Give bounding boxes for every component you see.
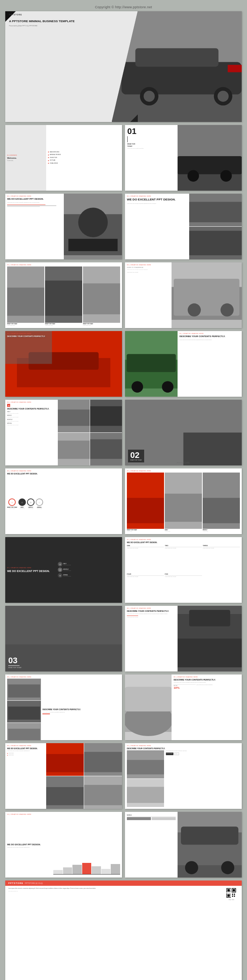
svg-point-5 [143, 91, 155, 102]
slide-6: 03 | CREATIVE HEADING HERE WHAT FOR TODA… [5, 262, 122, 328]
slide20-left: 09 | CREATIVE HEADING HERE WE DO EXCELLE… [5, 743, 46, 809]
slide10-heading: DESCRIBE YOUR CONTENTS PERFECTLY. [7, 407, 56, 410]
slide12-label: 06 | CREATIVE HEADING HERE [7, 470, 120, 472]
slide13-card2: DAILY Lorem ipsum [165, 473, 202, 532]
slide4-heading: WE DO EXCELLENT PPT DESIGN. [7, 198, 62, 201]
slides-row-11: 10 | CREATIVE HEADING HERE WE DO EXCELLE… [0, 812, 247, 878]
slide15-label: 07 | CREATIVE HEADING HERE [127, 539, 240, 541]
slide14-right: ◎ DAILY Lorem ipsum dolor ◎ MONTHLY [58, 539, 120, 601]
item-one-text: Lorem ipsum dolor sit amet [127, 547, 164, 549]
last-brand-logo: PPTSTORE [8, 882, 23, 884]
svg-point-12 [187, 170, 199, 182]
slide-22: 10 | CREATIVE HEADING HERE WE DO EXCELLE… [5, 812, 122, 878]
slide20-body: Lorem ipsum dolor sit amet consectetur a… [7, 750, 44, 752]
slide22-content: WE DO EXCELLENT PPT DESIGN. Lorem ipsum … [7, 816, 120, 876]
slide10-icon: ◆ [7, 404, 10, 407]
arrow-icon-3: ▶ [48, 156, 49, 158]
slide7-body: Lorem ipsum dolor sit amet consectetur a… [127, 269, 170, 270]
slide5-left: 02 | CREATIVE HEADING HERE WE DO EXCELLE… [125, 194, 189, 259]
slide10-img3 [58, 433, 90, 465]
slide16-content: 03 WHAT FOR TODAY [8, 657, 21, 668]
slide-16-section3: 03 WHAT FOR TODAY [5, 606, 122, 671]
svg-rect-21 [189, 231, 242, 255]
slide14-left: 07 | CREATIVE HEADING HERE WE DO EXCELLE… [7, 539, 58, 601]
models-label: MODELS [127, 815, 176, 817]
card3-text: Lorem ipsum dolor [83, 325, 120, 326]
slide19-sub1: WE ARE 10% [174, 684, 195, 689]
chart-baseline [53, 874, 120, 875]
slide13-label3: WEEKLY [203, 529, 240, 531]
circle-text-1: Lorem ipsum [7, 508, 17, 509]
page-wrapper: Copyright © http://www.pptstore.net PPTS… [0, 0, 247, 980]
slide18-line [42, 714, 50, 714]
svg-rect-79 [84, 752, 122, 772]
circle-3: ○ WEEKLY Lorem ipsum [27, 498, 35, 509]
slide10-weekly-text: Lorem ipsum dolor sit amet [7, 417, 56, 418]
slide5-body: Lorem ipsum dolor sit amet consectetur a… [127, 203, 187, 205]
triangle-decoration-br [130, 115, 138, 122]
slide20-heading: WE DO EXCELLENT PPT DESIGN. [7, 747, 44, 750]
slide14-heading: WE DO EXCELLENT PPT DESIGN. [7, 570, 58, 573]
svg-rect-47 [58, 441, 90, 459]
circle-icon-1: ○ [8, 498, 16, 506]
slide6-inner: 03 | CREATIVE HEADING HERE WHAT FOR TODA… [5, 262, 122, 328]
slide10-img4 [90, 433, 122, 465]
slide17-heading: DESCRIBE YOUR CONTENTS PERFECTLY. [127, 610, 176, 612]
slide22-chart [53, 816, 120, 876]
last-slide-body-text: Lorem ipsum dolor sit amet, consectetur … [8, 888, 222, 889]
slide19-sub-items: WE ARE 10% Lorem ipsum dolor sit amet co… [174, 684, 240, 689]
slide-11-section2: 02 WHAT FOR TODAY PPTSTORE [125, 400, 242, 465]
last-slide-header: PPTSTORE PPTSTORE 设计作品 [5, 881, 242, 886]
svg-rect-3 [135, 48, 218, 67]
slide13-text3: Lorem ipsum [203, 531, 240, 532]
slide12-inner: 06 | CREATIVE HEADING HERE WE DO EXCELLE… [5, 468, 122, 534]
svg-rect-85 [127, 760, 164, 774]
slide4-left: 02 | CREATIVE HEADING HERE WE DO EXCELLE… [5, 194, 64, 259]
slide22-body: Lorem ipsum dolor sit amet consectetur a… [7, 847, 52, 848]
watermark: PPTSTORE [177, 462, 190, 464]
card-2: WHAT FOR TODAY Lorem ipsum dolor [45, 266, 82, 326]
slides-row-4: 04 | CREATIVE HEADING HERE DESCRIBE YOUR… [0, 331, 247, 397]
slide13-label2: DAILY [165, 529, 202, 531]
slide13-text1: Lorem ipsum [127, 531, 164, 532]
slide9-heading: DESCRIBE YOUR CONTENTS PERFECTLY. [179, 335, 240, 338]
svg-rect-96 [228, 889, 230, 891]
slide13-text2: Lorem ipsum [165, 531, 202, 532]
slide-18: 08 | CREATIVE HEADING HERE [5, 675, 122, 740]
slides-row-6: 06 | CREATIVE HEADING HERE WE DO EXCELLE… [0, 468, 247, 534]
svg-rect-39 [126, 354, 176, 372]
slide13-card3: WEEKLY Lorem ipsum [203, 473, 240, 532]
slide14-sub1-text: Lorem ipsum dolor [63, 565, 71, 566]
slide-3-whatfortoday: 01 WHAT FORTODAY Lorem ipsum dolor sit a… [125, 125, 242, 191]
slide8-heading: DESCRIBE YOUR CONTENTS PERFECTLY. [7, 335, 45, 337]
slide20-img2 [84, 743, 122, 776]
slide9-inner: 04 | CREATIVE HEADING HERE DESCRIBE YOUR… [125, 331, 242, 397]
slide-21: 10 | CREATIVE HEADING HERE DESCRIBE YOUR… [125, 743, 242, 809]
slide6-label: 03 | CREATIVE HEADING HERE [7, 264, 120, 266]
list-item-text-5: CHALLENGE [50, 162, 58, 164]
svg-rect-54 [127, 498, 164, 523]
slide5-right [189, 194, 242, 259]
item-two: TWO Lorem ipsum dolor sit amet [165, 545, 202, 573]
slide3-right [178, 125, 242, 191]
slide19-img [125, 675, 172, 740]
slide18-content: DESCRIBE YOUR CONTENTS PERFECTLY. Lorem … [7, 679, 120, 740]
slide3-vline [127, 136, 127, 142]
last-slide-contact: http://www.pptstore.net [8, 891, 222, 892]
slide13-card1: WHAT FOR TODAY Lorem ipsum [127, 473, 164, 532]
slide23-inner: MODELS [125, 812, 242, 878]
svg-point-13 [220, 170, 232, 182]
slide18-body: Lorem ipsum dolor sit amet consectetur a… [42, 712, 120, 713]
svg-rect-43 [58, 409, 90, 426]
svg-rect-17 [69, 239, 118, 251]
slide14-item2: ◎ MONTHLY Lorem ipsum dolor [58, 568, 120, 572]
svg-rect-103 [232, 896, 233, 897]
slide21-label: 10 | CREATIVE HEADING HERE [127, 745, 240, 746]
svg-rect-98 [233, 889, 235, 891]
svg-point-7 [217, 91, 229, 102]
slide21-heading: DESCRIBE YOUR CONTENTS PERFECTLY. [127, 747, 240, 749]
last-tagline: PPTSTORE 设计作品 [25, 882, 239, 884]
bar-1 [53, 870, 63, 874]
slide-10: 05 | CREATIVE HEADING HERE ◆ DESCRIBE YO… [5, 400, 122, 465]
slide10-monthly-text: Lorem ipsum dolor sit amet [7, 421, 56, 422]
